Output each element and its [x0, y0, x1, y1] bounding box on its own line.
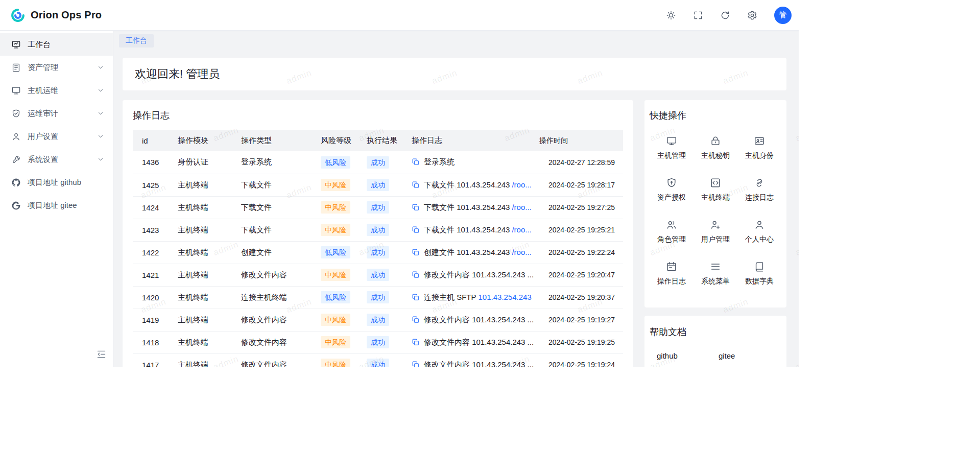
copy-icon[interactable] — [412, 316, 420, 324]
cell-id: 1436 — [133, 151, 178, 174]
risk-badge: 中风险 — [321, 314, 350, 326]
avatar[interactable]: 管 — [774, 7, 792, 24]
log-link[interactable]: 101.43.254.243 — [479, 293, 532, 301]
result-badge: 成功 — [367, 291, 389, 303]
cell-time: 2024-02-25 19:28:17 — [539, 174, 623, 196]
app-logo-icon — [10, 8, 26, 23]
cell-type: 下载文件 — [241, 196, 321, 219]
welcome-card: 欢迎回来! 管理员 — [123, 58, 786, 90]
lock-icon — [710, 135, 721, 147]
quick-action-asset-authorization[interactable]: 资产授权 — [650, 169, 694, 210]
column-header-log: 操作日志 — [412, 130, 539, 151]
cell-type: 修改文件内容 — [241, 331, 321, 353]
cell-module: 身份认证 — [178, 151, 241, 174]
risk-badge: 中风险 — [321, 201, 350, 214]
log-table-row: 1423 主机终端 下载文件 中风险 成功 下载文件 101.43.254.24… — [133, 219, 623, 241]
cell-time: 2024-02-25 19:22:24 — [539, 241, 623, 264]
quick-action-personal-center[interactable]: 个人中心 — [737, 210, 781, 252]
quick-action-user-management[interactable]: 用户管理 — [694, 210, 737, 252]
sidebar-menu: 工作台 资产管理 主机运维 运维审计 用户设置 系统设置 项目地址 github… — [0, 33, 113, 217]
quick-action-connection-logs[interactable]: 连接日志 — [737, 169, 781, 210]
sidebar-item-gitee[interactable]: 项目地址 gitee — [0, 194, 113, 217]
app-header: Orion Ops Pro 管 — [0, 0, 799, 31]
cell-id: 1417 — [133, 353, 178, 367]
copy-icon[interactable] — [412, 181, 420, 189]
quick-action-host-keys[interactable]: 主机秘钥 — [694, 127, 737, 169]
copy-icon[interactable] — [412, 248, 420, 256]
quick-action-host-terminal[interactable]: 主机终端 — [694, 169, 737, 210]
log-table-row: 1421 主机终端 修改文件内容 中风险 成功 修改文件内容 101.43.25… — [133, 264, 623, 286]
help-link-github[interactable]: github — [657, 351, 678, 360]
user-icon — [11, 132, 21, 141]
fullscreen-icon[interactable] — [693, 10, 703, 20]
role-icon — [666, 219, 677, 230]
log-link[interactable]: /roo... — [512, 248, 531, 256]
copy-icon[interactable] — [412, 293, 420, 301]
chevron-down-icon — [97, 132, 105, 140]
app-title: Orion Ops Pro — [31, 9, 102, 21]
copy-icon[interactable] — [412, 271, 420, 279]
quick-action-host-management[interactable]: 主机管理 — [650, 127, 694, 169]
sidebar-item-workbench[interactable]: 工作台 — [0, 33, 113, 56]
copy-icon[interactable] — [412, 203, 420, 211]
risk-badge: 低风险 — [321, 291, 350, 303]
result-badge: 成功 — [367, 314, 389, 326]
audit-icon — [11, 109, 21, 119]
result-badge: 成功 — [367, 179, 389, 191]
log-text: 下载文件 101.43.254.243 — [424, 225, 510, 234]
chevron-down-icon — [97, 86, 105, 94]
collapse-sidebar-icon[interactable] — [96, 349, 107, 360]
log-icon — [666, 261, 677, 272]
cell-id: 1419 — [133, 309, 178, 331]
github-icon — [11, 178, 21, 187]
sidebar-item-host-ops[interactable]: 主机运维 — [0, 79, 113, 102]
help-link-gitee[interactable]: gitee — [719, 351, 735, 360]
help-links: githubgitee — [657, 351, 781, 360]
log-link[interactable]: /roo... — [512, 180, 531, 189]
refresh-icon[interactable] — [720, 10, 730, 20]
cell-time: 2024-02-27 12:28:59 — [539, 151, 623, 174]
copy-icon[interactable] — [412, 338, 420, 346]
log-link[interactable]: /roo... — [512, 225, 531, 234]
person-icon — [754, 219, 765, 230]
operation-log-table: id操作模块操作类型风险等级执行结果操作日志操作时间 1436 身份认证 登录系… — [133, 130, 623, 367]
cell-module: 主机终端 — [178, 196, 241, 219]
sidebar-item-assets[interactable]: 资产管理 — [0, 56, 113, 79]
cell-type: 连接主机终端 — [241, 286, 321, 309]
sidebar-item-system-settings[interactable]: 系统设置 — [0, 148, 113, 171]
log-text: 修改文件内容 101.43.254.243 ... — [424, 338, 534, 346]
copy-icon[interactable] — [412, 361, 420, 367]
cell-id: 1424 — [133, 196, 178, 219]
tab-workbench[interactable]: 工作台 — [119, 34, 154, 48]
user-add-icon — [710, 219, 721, 230]
cell-time: 2024-02-25 19:20:47 — [539, 264, 623, 286]
cell-type: 下载文件 — [241, 219, 321, 241]
quick-action-system-menu[interactable]: 系统菜单 — [694, 252, 737, 294]
quick-action-operation-logs[interactable]: 操作日志 — [650, 252, 694, 294]
theme-icon[interactable] — [666, 10, 676, 20]
settings-icon[interactable] — [747, 10, 757, 20]
cell-time: 2024-02-25 19:25:21 — [539, 219, 623, 241]
shield-icon — [666, 177, 677, 188]
cell-module: 主机终端 — [178, 309, 241, 331]
sidebar-item-ops-audit[interactable]: 运维审计 — [0, 102, 113, 125]
quick-actions-title: 快捷操作 — [650, 109, 781, 122]
sidebar-item-github[interactable]: 项目地址 github — [0, 171, 113, 194]
book-icon — [754, 261, 765, 272]
column-header-time: 操作时间 — [539, 130, 623, 151]
copy-icon[interactable] — [412, 226, 420, 234]
sidebar-item-user-settings[interactable]: 用户设置 — [0, 125, 113, 148]
tool-icon — [11, 155, 21, 164]
quick-action-data-dictionary[interactable]: 数据字典 — [737, 252, 781, 294]
quick-action-role-management[interactable]: 角色管理 — [650, 210, 694, 252]
quick-action-host-identity[interactable]: 主机身份 — [737, 127, 781, 169]
cell-log: 修改文件内容 101.43.254.243 ... — [412, 331, 539, 353]
cell-log: 下载文件 101.43.254.243/roo... — [412, 219, 539, 241]
cell-log: 下载文件 101.43.254.243/roo... — [412, 196, 539, 219]
risk-badge: 中风险 — [321, 269, 350, 281]
watermark-text: admin — [794, 240, 799, 258]
tab-bar: 工作台 — [113, 31, 799, 48]
copy-icon[interactable] — [412, 158, 420, 166]
cell-id: 1421 — [133, 264, 178, 286]
log-link[interactable]: /roo... — [512, 203, 531, 211]
